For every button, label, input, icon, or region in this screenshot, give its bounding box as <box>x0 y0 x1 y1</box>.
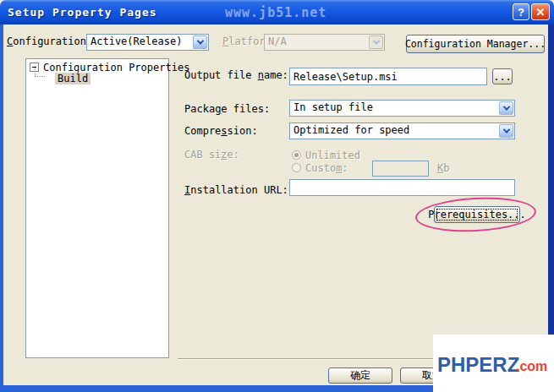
installation-url-input[interactable] <box>289 179 515 196</box>
chevron-down-icon[interactable] <box>193 35 207 49</box>
prerequisites-button[interactable]: Prerequisites... <box>434 206 520 223</box>
compression-select[interactable]: Optimized for speed <box>289 122 515 139</box>
tree-item-build-selected[interactable]: Build <box>55 73 91 84</box>
watermark-text: www.jb51.net <box>225 5 326 20</box>
tree-item-configuration-properties[interactable]: Configuration Properties <box>43 62 189 74</box>
tree-connector-line <box>35 66 45 77</box>
window-border-left <box>0 24 3 392</box>
close-icon: ✕ <box>536 6 546 19</box>
configuration-tree[interactable]: Configuration Properties Build <box>25 58 169 358</box>
custom-label: Custom: <box>305 162 348 174</box>
package-files-label: Package files: <box>184 103 270 115</box>
configuration-select[interactable]: Active(Release) <box>86 34 209 51</box>
cab-size-label: CAB size: <box>184 149 239 161</box>
custom-radio <box>292 163 301 172</box>
kb-label: Kb <box>437 162 449 174</box>
output-file-name-label: Output file name: <box>184 69 288 81</box>
compression-label: Compression: <box>184 125 258 137</box>
setup-property-pages-dialog: Setup Property Pages www.jb51.net ? ✕ Co… <box>0 0 554 392</box>
configuration-value: Active(Release) <box>87 35 192 50</box>
unlimited-label: Unlimited <box>305 150 360 161</box>
chevron-down-icon <box>369 35 383 49</box>
package-files-value: In setup file <box>290 101 498 116</box>
configuration-manager-button[interactable]: Configuration Manager... <box>406 35 545 53</box>
platform-value: N/A <box>265 35 368 50</box>
phperz-logo: PHPERZ .com <box>433 335 554 392</box>
custom-size-input <box>372 161 429 177</box>
radio-selected-dot <box>294 153 299 157</box>
close-button[interactable]: ✕ <box>531 3 550 20</box>
window-title: Setup Property Pages <box>8 6 157 19</box>
ok-button[interactable]: 确定 <box>328 368 392 384</box>
phperz-logo-suffix: .com <box>516 359 547 374</box>
phperz-logo-brand: PHPERZ <box>437 353 519 377</box>
help-button[interactable]: ? <box>513 3 529 20</box>
compression-value: Optimized for speed <box>290 123 498 139</box>
platform-select: N/A <box>264 34 385 51</box>
chevron-down-icon[interactable] <box>499 101 513 115</box>
help-icon: ? <box>518 6 524 19</box>
configuration-label: Configuration: <box>7 35 92 47</box>
browse-button[interactable]: ... <box>492 68 513 84</box>
chevron-down-icon[interactable] <box>499 124 513 138</box>
package-files-select[interactable]: In setup file <box>289 100 515 117</box>
installation-url-label: Installation URL: <box>184 184 288 196</box>
unlimited-radio <box>292 150 301 160</box>
titlebar[interactable]: Setup Property Pages www.jb51.net ? ✕ <box>0 0 554 24</box>
output-file-name-input[interactable] <box>289 68 487 85</box>
